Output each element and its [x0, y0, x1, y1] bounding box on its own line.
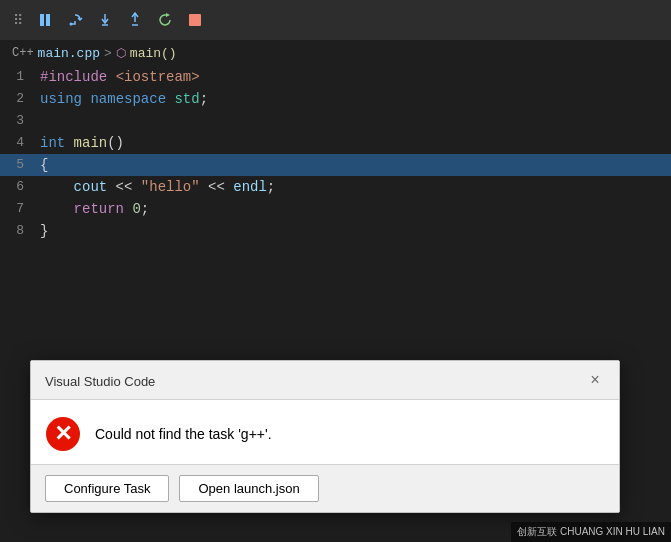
- dialog-message: Could not find the task 'g++'.: [95, 426, 272, 442]
- configure-task-button[interactable]: Configure Task: [45, 475, 169, 502]
- open-launch-json-button[interactable]: Open launch.json: [179, 475, 318, 502]
- svg-rect-7: [189, 14, 201, 26]
- line-number-1: 1: [0, 66, 40, 88]
- dialog-close-button[interactable]: ×: [585, 371, 605, 391]
- line-number-4: 4: [0, 132, 40, 154]
- code-2: using namespace std;: [40, 88, 208, 110]
- breadcrumb: C++ main.cpp > ⬡ main(): [0, 40, 671, 66]
- code-line-5: 5 {: [0, 154, 671, 176]
- pause-button[interactable]: [34, 9, 56, 31]
- code-8: }: [40, 220, 48, 242]
- line-number-8: 8: [0, 220, 40, 242]
- line-number-2: 2: [0, 88, 40, 110]
- drag-handle-icon[interactable]: ⠿: [10, 9, 26, 31]
- line-number-7: 7: [0, 198, 40, 220]
- code-line-3: 3: [0, 110, 671, 132]
- function-icon: ⬡: [116, 46, 126, 61]
- line-number-5: 5: [0, 154, 40, 176]
- code-7: return 0;: [40, 198, 149, 220]
- code-3: [40, 110, 48, 132]
- code-line-2: 2 using namespace std;: [0, 88, 671, 110]
- code-line-8: 8 }: [0, 220, 671, 242]
- code-editor: 1 #include <iostream> 2 using namespace …: [0, 66, 671, 376]
- code-line-6: 6 cout << "hello" << endl;: [0, 176, 671, 198]
- breadcrumb-function[interactable]: main(): [130, 46, 177, 61]
- svg-rect-0: [40, 14, 44, 26]
- code-6: cout << "hello" << endl;: [40, 176, 275, 198]
- code-1: #include <iostream>: [40, 66, 200, 88]
- dialog-box: Visual Studio Code × ✕ Could not find th…: [30, 360, 620, 513]
- step-out-button[interactable]: [124, 9, 146, 31]
- debug-toolbar: ⠿: [0, 0, 671, 40]
- svg-rect-1: [46, 14, 50, 26]
- code-line-7: 7 return 0;: [0, 198, 671, 220]
- error-icon: ✕: [45, 416, 81, 452]
- code-4: int main(): [40, 132, 124, 154]
- step-over-button[interactable]: [64, 9, 86, 31]
- step-into-button[interactable]: [94, 9, 116, 31]
- restart-button[interactable]: [154, 9, 176, 31]
- line-number-6: 6: [0, 176, 40, 198]
- line-number-3: 3: [0, 110, 40, 132]
- dialog-buttons: Configure Task Open launch.json: [31, 464, 619, 512]
- code-5: {: [40, 154, 48, 176]
- svg-point-2: [70, 23, 73, 26]
- breadcrumb-file[interactable]: main.cpp: [38, 46, 100, 61]
- cpp-lang-icon: C++: [12, 46, 34, 60]
- dialog-title-bar: Visual Studio Code ×: [31, 361, 619, 400]
- stop-button[interactable]: [184, 9, 206, 31]
- dialog-body: ✕ Could not find the task 'g++'.: [31, 400, 619, 464]
- svg-text:✕: ✕: [54, 421, 72, 446]
- watermark: 创新互联 CHUANG XIN HU LIAN: [511, 522, 671, 542]
- dialog-title: Visual Studio Code: [45, 374, 155, 389]
- code-line-4: 4 int main(): [0, 132, 671, 154]
- breadcrumb-separator: >: [104, 46, 112, 61]
- code-line-1: 1 #include <iostream>: [0, 66, 671, 88]
